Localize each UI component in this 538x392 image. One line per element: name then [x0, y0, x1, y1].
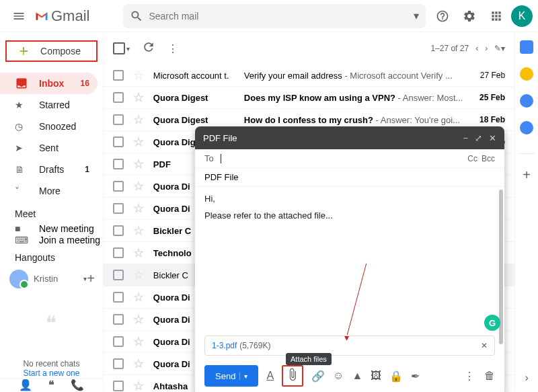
email-checkbox[interactable] — [113, 70, 124, 81]
star-icon[interactable]: ☆ — [133, 157, 144, 171]
send-button[interactable]: Send▾ — [204, 365, 258, 387]
email-checkbox[interactable] — [113, 136, 124, 147]
search-bar[interactable]: ▾ — [123, 4, 426, 28]
sidebar-item-snoozed[interactable]: ◷Snoozed — [0, 116, 98, 137]
formatting-icon[interactable]: A — [266, 370, 274, 382]
sidebar-item-inbox[interactable]: Inbox16 — [0, 73, 98, 94]
settings-gear-icon[interactable] — [457, 4, 482, 28]
email-checkbox[interactable] — [113, 92, 124, 103]
compose-label: Compose — [40, 46, 81, 56]
search-options-icon[interactable]: ▾ — [414, 9, 419, 22]
email-checkbox[interactable] — [113, 181, 124, 192]
help-icon[interactable] — [430, 4, 455, 28]
insert-photo-icon[interactable]: 🖼 — [371, 370, 381, 382]
star-icon[interactable]: ☆ — [133, 112, 144, 127]
email-row[interactable]: ☆Quora DigestDoes my ISP know am using a… — [104, 87, 514, 109]
subject-field[interactable]: PDF File — [195, 168, 504, 187]
compose-header[interactable]: PDF File − ⤢ ✕ — [195, 126, 504, 149]
close-icon[interactable]: ✕ — [489, 133, 496, 143]
user-avatar-icon — [9, 270, 28, 288]
minimize-icon[interactable]: − — [463, 133, 468, 143]
to-field[interactable]: To CcBcc — [195, 149, 504, 168]
more-menu-icon[interactable]: ⋮ — [167, 42, 178, 55]
email-checkbox[interactable] — [113, 159, 124, 169]
email-checkbox[interactable] — [113, 114, 124, 125]
calendar-icon[interactable] — [520, 40, 533, 54]
star-icon[interactable]: ☆ — [133, 312, 144, 327]
bcc-button[interactable]: Bcc — [482, 154, 495, 163]
cc-button[interactable]: Cc — [467, 154, 477, 163]
email-checkbox[interactable] — [113, 358, 124, 369]
compose-button[interactable]: + Compose — [5, 40, 98, 62]
add-person-icon[interactable]: + — [87, 271, 95, 286]
attach-files-icon[interactable] — [282, 365, 303, 387]
input-tools-icon[interactable]: ✎▾ — [494, 44, 505, 53]
remove-attachment-icon[interactable]: ✕ — [481, 341, 488, 350]
star-icon[interactable]: ☆ — [133, 179, 144, 194]
star-icon[interactable]: ☆ — [133, 268, 144, 282]
star-icon[interactable]: ☆ — [133, 223, 144, 238]
email-checkbox[interactable] — [113, 381, 124, 391]
compose-title: PDF File — [203, 133, 237, 143]
keep-icon[interactable] — [520, 67, 533, 81]
email-checkbox[interactable] — [113, 292, 124, 303]
email-checkbox[interactable] — [113, 247, 124, 258]
star-icon[interactable]: ☆ — [133, 245, 144, 260]
grammarly-icon[interactable]: G — [484, 315, 500, 331]
logo-text: Gmail — [51, 7, 89, 25]
tasks-icon[interactable] — [520, 94, 533, 108]
insert-link-icon[interactable]: 🔗 — [311, 370, 325, 383]
email-checkbox[interactable] — [113, 225, 124, 236]
join-meeting-button[interactable]: ⌨Join a meeting — [0, 234, 103, 245]
confidential-mode-icon[interactable]: 🔒 — [389, 370, 403, 383]
refresh-icon[interactable] — [142, 40, 155, 56]
fullscreen-icon[interactable]: ⤢ — [475, 133, 482, 143]
star-icon[interactable]: ☆ — [133, 290, 144, 305]
annotation-arrow-head: ▾ — [344, 332, 349, 343]
get-addons-icon[interactable]: + — [523, 167, 531, 183]
email-checkbox[interactable] — [113, 314, 124, 325]
contacts-icon[interactable] — [520, 121, 533, 134]
star-icon[interactable]: ☆ — [133, 201, 144, 216]
collapse-panel-icon[interactable]: › — [525, 372, 528, 384]
email-row[interactable]: ☆Microsoft account t.Verify your email a… — [104, 65, 514, 87]
next-page-icon[interactable]: › — [485, 44, 488, 53]
header: Gmail ▾ K — [0, 0, 538, 32]
star-icon[interactable]: ☆ — [133, 356, 144, 371]
hamburger-menu-icon[interactable] — [5, 3, 32, 30]
sidebar-item-more[interactable]: ˅More — [0, 180, 98, 202]
select-all-checkbox[interactable] — [113, 42, 125, 54]
phone-icon[interactable]: 📞 — [71, 379, 84, 391]
insert-signature-icon[interactable]: ✒ — [411, 370, 420, 383]
search-input[interactable] — [149, 11, 414, 22]
start-chat-link[interactable]: Start a new one — [0, 368, 103, 378]
gmail-logo[interactable]: Gmail — [35, 7, 89, 25]
sidebar-item-sent[interactable]: ➤Sent — [0, 137, 98, 159]
prev-page-icon[interactable]: ‹ — [475, 44, 478, 53]
email-checkbox[interactable] — [113, 336, 124, 347]
star-icon[interactable]: ☆ — [133, 379, 144, 392]
insert-emoji-icon[interactable]: ☺ — [333, 370, 344, 382]
hangouts-user[interactable]: Kristin▾ + — [0, 267, 103, 291]
discard-draft-icon[interactable]: 🗑 — [484, 370, 495, 383]
email-checkbox[interactable] — [113, 270, 124, 280]
star-icon[interactable]: ☆ — [133, 68, 144, 83]
insert-drive-icon[interactable]: ▲ — [352, 370, 362, 382]
apps-grid-icon[interactable] — [484, 4, 508, 28]
chat-icon[interactable]: ❝ — [48, 379, 54, 391]
attachment-chip[interactable]: 1-3.pdf (5,769K) ✕ — [204, 336, 495, 356]
sidebar-item-starred[interactable]: ★Starred — [0, 94, 98, 116]
keyboard-icon: ⌨ — [15, 235, 28, 245]
compose-body[interactable]: Hi, Please refer to the attached file... — [195, 187, 504, 336]
person-icon[interactable]: 👤 — [19, 379, 32, 391]
star-icon[interactable]: ☆ — [133, 134, 144, 149]
new-meeting-button[interactable]: ■New meeting — [0, 223, 103, 234]
star-icon[interactable]: ☆ — [133, 334, 144, 349]
account-avatar[interactable]: K — [511, 5, 533, 27]
email-checkbox[interactable] — [113, 203, 124, 214]
sidebar-item-drafts[interactable]: 🗎Drafts1 — [0, 159, 98, 180]
star-icon[interactable]: ☆ — [133, 90, 144, 105]
more-options-icon[interactable]: ⋮ — [464, 370, 475, 383]
select-dropdown-icon[interactable]: ▾ — [126, 45, 130, 52]
send-options-icon[interactable]: ▾ — [239, 373, 247, 380]
